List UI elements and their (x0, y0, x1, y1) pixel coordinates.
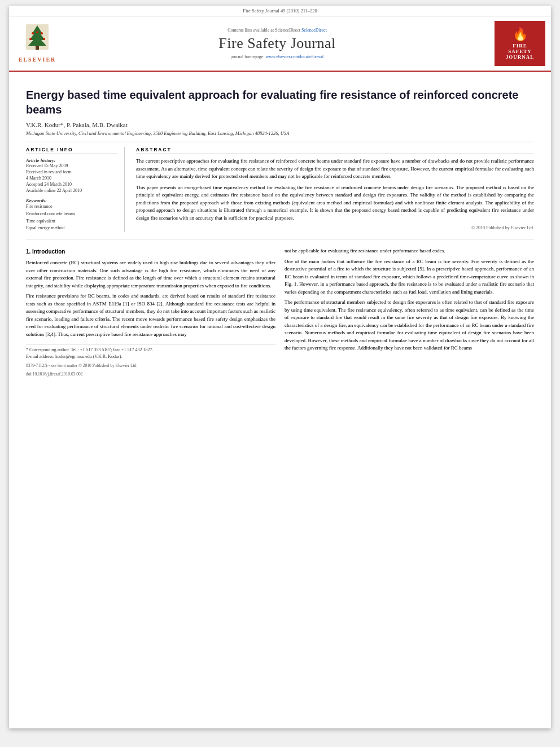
article-info-heading: ARTICLE INFO (26, 147, 117, 154)
logo-fire-text: FIRE (513, 43, 527, 49)
elsevier-brand-text: ELSEVIER (19, 56, 56, 63)
issn-text: 0379-7112/$ - see front matter © 2010 Pu… (26, 363, 137, 368)
keyword-rc-beams: Reinforced concrete beams (26, 211, 117, 218)
abstract-column: ABSTRACT The current prescriptive approa… (136, 147, 534, 232)
revised-label: Received in revised form (26, 169, 117, 174)
journal-title-block: Contents lists available at ScienceDirec… (65, 28, 489, 59)
received-date: Received 15 May 2009 (26, 163, 117, 168)
affiliation: Michigan State University, Civil and Env… (26, 130, 534, 136)
logo-journal-text: JOURNAL (506, 54, 535, 60)
online-date: Available online 22 April 2010 (26, 188, 117, 193)
article-title: Energy based time equivalent approach fo… (26, 88, 534, 117)
footnote-text: * Corresponding author. Tel.: +1 517 353… (26, 347, 275, 353)
body-right-column: not be applicable for evaluating fire re… (285, 247, 534, 378)
authors-line: V.K.R. Kodur*, P. Pakala, M.B. Dwaikat (26, 121, 534, 128)
svg-point-8 (43, 38, 45, 40)
sciencedirect-text: Contents lists available at ScienceDirec… (228, 28, 300, 33)
svg-point-9 (36, 31, 38, 33)
keyword-equal-energy: Equal energy method (26, 225, 117, 232)
body-divider (26, 239, 534, 239)
journal-header: ELSEVIER Contents lists available at Sci… (9, 16, 551, 72)
journal-homepage: journal homepage: www.elsevier.com/locat… (65, 54, 489, 59)
footnote-section: * Corresponding author. Tel.: +1 517 353… (26, 344, 275, 378)
abstract-heading: ABSTRACT (136, 147, 534, 154)
fire-safety-journal-logo: 🔥 FIRE SAFETY JOURNAL (495, 21, 545, 66)
authors-text: V.K.R. Kodur*, P. Pakala, M.B. Dwaikat (26, 121, 128, 128)
abstract-text: The current prescriptive approaches for … (136, 158, 534, 222)
homepage-label: journal homepage: (231, 54, 266, 59)
svg-point-6 (41, 32, 43, 34)
revised-date: 4 March 2010 (26, 176, 117, 181)
body-section: 1. Introduction Reinforced concrete (RC)… (26, 247, 534, 378)
doi-text: doi:10.1016/j.firesaf.2010.03.002 (26, 372, 83, 377)
section1-right-para3: The performance of structural members su… (285, 299, 534, 352)
section1-right-para2: One of the main factors that influence t… (285, 258, 534, 296)
footnote-email: E-mail address: kodur@egr.msu.edu (V.K.R… (26, 353, 275, 360)
sciencedirect-link[interactable]: ScienceDirect (301, 28, 327, 33)
article-page: Fire Safety Journal 45 (2010) 211–220 (9, 6, 551, 728)
elsevier-tree-icon (20, 24, 54, 55)
keywords-title: Keywords: (26, 198, 117, 203)
abstract-para1: The current prescriptive approaches for … (136, 158, 534, 181)
accepted-date: Accepted 24 March 2010 (26, 182, 117, 187)
keyword-time-equivalent: Time equivalent (26, 218, 117, 225)
svg-point-5 (32, 32, 34, 34)
abstract-para2: This paper presents an energy-based time… (136, 184, 534, 222)
svg-point-7 (29, 38, 32, 40)
copyright: © 2010 Published by Elsevier Ltd. (136, 225, 534, 230)
elsevier-logo: ELSEVIER (15, 24, 60, 63)
journal-reference: Fire Safety Journal 45 (2010) 211–220 (9, 6, 551, 16)
body-left-column: 1. Introduction Reinforced concrete (RC)… (26, 247, 275, 378)
doi-line: doi:10.1016/j.firesaf.2010.03.002 (26, 371, 275, 377)
homepage-url: www.elsevier.com/locate/firesaf (265, 54, 323, 59)
sciencedirect-line: Contents lists available at ScienceDirec… (65, 28, 489, 33)
keyword-fire-resistance: Fire resistance (26, 203, 117, 211)
flame-icon: 🔥 (513, 27, 528, 42)
logo-safety-text: SAFETY (508, 49, 532, 54)
info-abstract-section: ARTICLE INFO Article history: Received 1… (26, 147, 534, 232)
article-history-label: Article history: (26, 158, 117, 163)
homepage-link[interactable]: www.elsevier.com/locate/firesaf (265, 54, 323, 59)
section1-para1: Reinforced concrete (RC) structural syst… (26, 259, 275, 290)
section1-para2: Fire resistance provisions for RC beams,… (26, 292, 275, 338)
divider (26, 142, 534, 142)
section1-title: 1. Introduction (26, 247, 275, 256)
sciencedirect-link-text: ScienceDirect (301, 28, 327, 33)
issn-line: 0379-7112/$ - see front matter © 2010 Pu… (26, 362, 275, 369)
section1-right-para1: not be applicable for evaluating fire re… (285, 247, 534, 255)
journal-ref-text: Fire Safety Journal 45 (2010) 211–220 (243, 8, 317, 14)
article-info-column: ARTICLE INFO Article history: Received 1… (26, 147, 125, 232)
article-content: Energy based time equivalent approach fo… (9, 72, 551, 389)
journal-title: Fire Safety Journal (65, 35, 489, 52)
